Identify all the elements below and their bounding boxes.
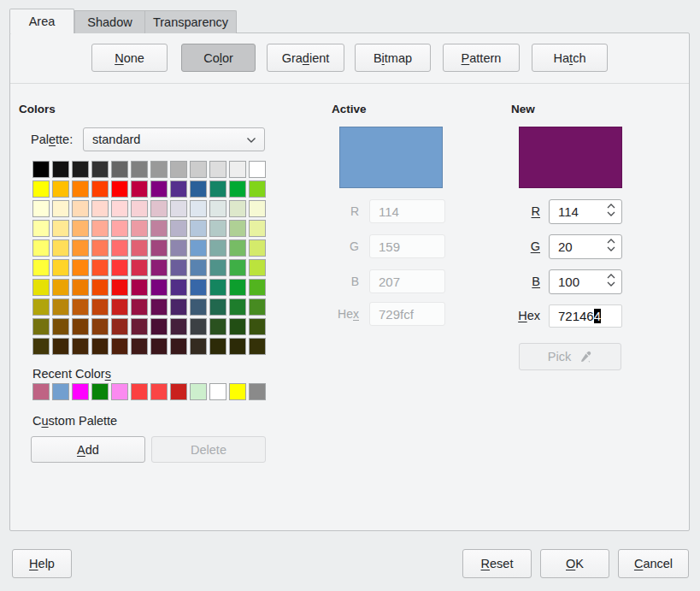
palette-swatch-r1c9[interactable]: [190, 161, 207, 178]
palette-swatch-r5c1[interactable]: [32, 239, 50, 257]
recent-color-swatch-8[interactable]: [170, 383, 187, 400]
palette-swatch-r2c2[interactable]: [52, 180, 69, 198]
palette-swatch-r7c11[interactable]: [229, 279, 246, 296]
palette-swatch-r1c6[interactable]: [131, 161, 148, 178]
palette-swatch-r5c2[interactable]: [52, 239, 69, 257]
palette-swatch-r1c2[interactable]: [52, 161, 69, 178]
recent-color-swatch-1[interactable]: [32, 383, 50, 400]
palette-swatch-r8c11[interactable]: [229, 298, 246, 316]
palette-swatch-r1c12[interactable]: [249, 161, 266, 178]
palette-select[interactable]: standard: [83, 127, 265, 151]
reset-button[interactable]: Reset: [462, 549, 532, 578]
palette-swatch-r10c5[interactable]: [111, 338, 128, 355]
palette-swatch-r5c6[interactable]: [131, 239, 148, 257]
palette-swatch-r3c10[interactable]: [209, 200, 226, 217]
palette-swatch-r2c8[interactable]: [170, 180, 187, 198]
palette-swatch-r8c3[interactable]: [72, 298, 89, 316]
palette-swatch-r4c6[interactable]: [131, 220, 148, 237]
palette-swatch-r2c10[interactable]: [209, 180, 226, 198]
palette-swatch-r9c9[interactable]: [190, 318, 207, 335]
palette-swatch-r4c4[interactable]: [91, 220, 109, 237]
palette-swatch-r4c12[interactable]: [249, 220, 266, 237]
palette-swatch-r8c12[interactable]: [249, 298, 266, 316]
palette-swatch-r9c1[interactable]: [32, 318, 50, 335]
palette-swatch-r8c7[interactable]: [150, 298, 168, 316]
palette-swatch-r6c7[interactable]: [150, 259, 168, 276]
palette-swatch-r10c10[interactable]: [209, 338, 226, 355]
tab-transparency[interactable]: Transparency: [144, 10, 237, 33]
recent-color-swatch-9[interactable]: [190, 383, 207, 400]
palette-swatch-r5c5[interactable]: [111, 239, 128, 257]
palette-swatch-r7c10[interactable]: [209, 279, 226, 296]
palette-swatch-r3c2[interactable]: [52, 200, 69, 217]
palette-swatch-r9c12[interactable]: [249, 318, 266, 335]
palette-swatch-r6c10[interactable]: [209, 259, 226, 276]
tab-shadow[interactable]: Shadow: [74, 10, 144, 33]
palette-swatch-r9c6[interactable]: [131, 318, 148, 335]
palette-swatch-r8c6[interactable]: [131, 298, 148, 316]
palette-swatch-r9c8[interactable]: [170, 318, 187, 335]
palette-swatch-r4c9[interactable]: [190, 220, 207, 237]
palette-swatch-r4c3[interactable]: [72, 220, 89, 237]
fill-bitmap-button[interactable]: Bitmap: [355, 44, 431, 72]
palette-swatch-r9c3[interactable]: [72, 318, 89, 335]
palette-swatch-r3c8[interactable]: [170, 200, 187, 217]
cancel-button[interactable]: Cancel: [618, 549, 689, 578]
palette-swatch-r9c2[interactable]: [52, 318, 69, 335]
palette-swatch-r4c2[interactable]: [52, 220, 69, 237]
new-r-spin-arrows[interactable]: [607, 204, 615, 216]
palette-swatch-r2c7[interactable]: [150, 180, 168, 198]
fill-hatch-button[interactable]: Hatch: [532, 44, 608, 72]
tab-area[interactable]: Area: [9, 9, 74, 33]
palette-swatch-r5c9[interactable]: [190, 239, 207, 257]
help-button[interactable]: Help: [12, 549, 72, 578]
palette-swatch-r7c4[interactable]: [91, 279, 109, 296]
palette-swatch-r7c8[interactable]: [170, 279, 187, 296]
fill-color-button[interactable]: Color: [181, 44, 256, 72]
palette-swatch-r2c9[interactable]: [190, 180, 207, 198]
palette-swatch-r8c8[interactable]: [170, 298, 187, 316]
palette-swatch-r3c12[interactable]: [249, 200, 266, 217]
palette-swatch-r10c12[interactable]: [249, 338, 266, 355]
new-r-spinbox[interactable]: 114: [549, 199, 622, 224]
palette-swatch-r1c11[interactable]: [229, 161, 246, 178]
palette-swatch-r7c9[interactable]: [190, 279, 207, 296]
palette-swatch-r5c11[interactable]: [229, 239, 246, 257]
palette-swatch-r9c4[interactable]: [91, 318, 109, 335]
fill-none-button[interactable]: None: [91, 44, 168, 72]
palette-swatch-r3c7[interactable]: [150, 200, 168, 217]
palette-swatch-r3c9[interactable]: [190, 200, 207, 217]
palette-swatch-r3c6[interactable]: [131, 200, 148, 217]
palette-swatch-r2c11[interactable]: [229, 180, 246, 198]
palette-swatch-r10c3[interactable]: [72, 338, 89, 355]
palette-swatch-r2c12[interactable]: [249, 180, 266, 198]
palette-swatch-r2c5[interactable]: [111, 180, 128, 198]
palette-swatch-r7c5[interactable]: [111, 279, 128, 296]
palette-swatch-r1c1[interactable]: [32, 161, 50, 178]
palette-swatch-r10c2[interactable]: [52, 338, 69, 355]
palette-swatch-r1c3[interactable]: [72, 161, 89, 178]
palette-swatch-r9c7[interactable]: [150, 318, 168, 335]
new-g-spinbox[interactable]: 20: [549, 234, 622, 259]
recent-color-swatch-6[interactable]: [131, 383, 148, 400]
palette-swatch-r5c7[interactable]: [150, 239, 168, 257]
palette-swatch-r6c12[interactable]: [249, 259, 266, 276]
recent-color-swatch-12[interactable]: [249, 383, 266, 400]
palette-swatch-r10c9[interactable]: [190, 338, 207, 355]
palette-swatch-r4c8[interactable]: [170, 220, 187, 237]
new-hex-input[interactable]: 721464: [549, 304, 622, 328]
palette-swatch-r7c7[interactable]: [150, 279, 168, 296]
palette-swatch-r8c9[interactable]: [190, 298, 207, 316]
palette-swatch-r6c8[interactable]: [170, 259, 187, 276]
palette-swatch-r3c4[interactable]: [91, 200, 109, 217]
palette-swatch-r3c1[interactable]: [32, 200, 50, 217]
palette-swatch-r4c1[interactable]: [32, 220, 50, 237]
palette-swatch-r8c1[interactable]: [32, 298, 50, 316]
palette-swatch-r5c12[interactable]: [249, 239, 266, 257]
palette-swatch-r3c5[interactable]: [111, 200, 128, 217]
palette-swatch-r5c3[interactable]: [72, 239, 89, 257]
palette-swatch-r1c8[interactable]: [170, 161, 187, 178]
palette-swatch-r2c4[interactable]: [91, 180, 109, 198]
recent-color-swatch-2[interactable]: [52, 383, 69, 400]
palette-swatch-r8c5[interactable]: [111, 298, 128, 316]
